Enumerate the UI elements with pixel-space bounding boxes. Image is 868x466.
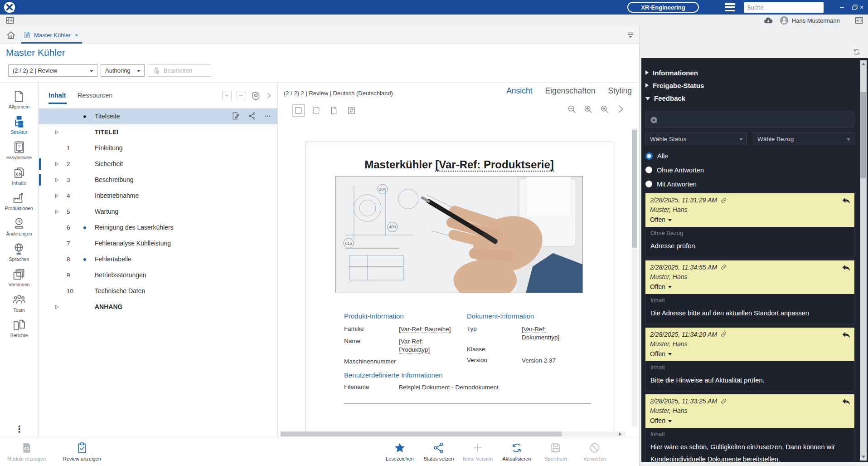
tree-item[interactable]: 3 Beschreibung bbox=[39, 172, 277, 188]
sidebar-item-allgemein[interactable]: Allgemein bbox=[9, 90, 29, 109]
zoom-in-icon[interactable] bbox=[583, 104, 593, 114]
filter-radio[interactable]: Ohne Antworten bbox=[645, 163, 854, 177]
link-icon[interactable] bbox=[720, 331, 727, 338]
filter-radio[interactable]: Mit Antworten bbox=[645, 177, 854, 191]
expand-arrow-icon[interactable] bbox=[55, 209, 59, 214]
zoom-fit-icon[interactable] bbox=[600, 104, 609, 114]
section-freigabestatus[interactable]: Freigabe-Status bbox=[645, 79, 854, 92]
preview-horizontal-scrollbar[interactable] bbox=[281, 432, 626, 437]
section-informationen[interactable]: Informationen bbox=[645, 66, 854, 79]
tab-inhalt[interactable]: Inhalt bbox=[48, 92, 66, 99]
hamburger-menu-icon[interactable] bbox=[725, 3, 735, 11]
tree-item[interactable]: 5 Wartung bbox=[39, 204, 277, 220]
feedback-status-dropdown[interactable]: Offen bbox=[650, 417, 850, 424]
tree-item[interactable]: 8 Fehlertabelle bbox=[39, 251, 277, 267]
panel-refresh-icon[interactable] bbox=[853, 48, 861, 56]
tab-ansicht[interactable]: Ansicht bbox=[506, 86, 532, 96]
link-icon[interactable] bbox=[720, 264, 727, 270]
expand-arrow-icon[interactable] bbox=[55, 193, 59, 198]
expand-arrow-icon[interactable] bbox=[55, 304, 59, 309]
feedback-status-dropdown[interactable]: Offen bbox=[650, 283, 850, 290]
tree-collapse-icon[interactable] bbox=[266, 92, 272, 99]
sidebar-more-icon[interactable]: ••• bbox=[0, 425, 39, 433]
section-feedback[interactable]: Feedback bbox=[645, 92, 854, 104]
tab-overflow-icon[interactable] bbox=[627, 32, 634, 38]
sidebar-item-produktionen[interactable]: Produktionen bbox=[5, 191, 33, 211]
link-icon[interactable] bbox=[720, 398, 727, 405]
open-panel-icon[interactable] bbox=[854, 16, 863, 25]
tab-ressourcen[interactable]: Ressourcen bbox=[78, 92, 112, 99]
preview-collapse-icon[interactable] bbox=[616, 104, 626, 114]
sidebar-item-versionen[interactable]: Versionen bbox=[9, 268, 30, 287]
link-icon[interactable] bbox=[720, 197, 727, 204]
home-tab-icon[interactable] bbox=[5, 30, 16, 41]
feedback-card-header[interactable]: 2/28/2025, 11:31:29 AM Muster, Hans Offe… bbox=[645, 193, 854, 227]
feedback-scrollbar[interactable] bbox=[860, 60, 867, 461]
sidebar-item-inhalte[interactable]: Inhalte bbox=[12, 166, 26, 186]
window-close-button[interactable]: × bbox=[855, 0, 868, 15]
review-anzeigen-button[interactable]: Review anzeigen bbox=[63, 442, 101, 461]
tab-styling[interactable]: Styling bbox=[608, 86, 632, 96]
module-erzeugen-button[interactable]: Module erzeugen bbox=[7, 442, 46, 461]
reply-icon[interactable] bbox=[842, 197, 850, 205]
lesezeichen-button[interactable]: Lesezeichen bbox=[383, 442, 416, 461]
reply-icon[interactable] bbox=[842, 398, 850, 406]
mode-dropdown[interactable]: Authoring bbox=[101, 64, 145, 77]
feedback-status-dropdown[interactable]: Offen bbox=[650, 350, 850, 358]
tab-close-icon[interactable]: × bbox=[74, 32, 79, 39]
xr-engineering-button[interactable]: XR-Engineering bbox=[627, 2, 699, 13]
tree-item[interactable]: 2 Sicherheit bbox=[39, 156, 277, 172]
view-single-page-button[interactable] bbox=[292, 104, 305, 117]
tree-item[interactable]: ANHANG bbox=[39, 299, 277, 315]
sidebar-item-sprachen[interactable]: Sprachen bbox=[9, 242, 29, 262]
remove-node-button[interactable] bbox=[237, 91, 246, 100]
expand-arrow-icon[interactable] bbox=[55, 162, 59, 167]
feedback-card-header[interactable]: 2/28/2025, 11:34:55 AM Muster, Hans Offe… bbox=[645, 260, 854, 294]
feedback-search-input[interactable] bbox=[661, 112, 839, 128]
view-selection-button[interactable] bbox=[310, 104, 322, 117]
status-setzen-button[interactable]: Status setzen bbox=[422, 442, 455, 461]
status-filter-dropdown[interactable]: Wähle Status bbox=[645, 132, 747, 145]
tree-item[interactable]: 4 Inbetriebnahme bbox=[39, 188, 277, 204]
sidebar-item-struktur[interactable]: Struktur bbox=[11, 115, 28, 135]
tree-item[interactable]: 9 Betriebsstörungen bbox=[39, 267, 277, 283]
global-search-input[interactable] bbox=[744, 2, 824, 13]
preview-vertical-scrollbar[interactable] bbox=[632, 128, 637, 427]
share-node-icon[interactable] bbox=[248, 112, 257, 120]
sidebar-item-team[interactable]: Team bbox=[13, 293, 26, 313]
feedback-card-header[interactable]: 2/28/2025, 11:34:20 AM Muster, Hans Offe… bbox=[645, 328, 854, 361]
tree-item[interactable]: TITELEI bbox=[39, 124, 277, 140]
feedback-card-header[interactable]: 2/28/2025, 11:33:25 AM Muster, Hans Offe… bbox=[645, 394, 854, 428]
tree-settings-icon[interactable] bbox=[251, 91, 261, 100]
tree-item[interactable]: 1 Einleitung bbox=[39, 140, 277, 156]
clear-search-icon[interactable] bbox=[650, 116, 658, 124]
speichern-button[interactable]: Speichern bbox=[539, 442, 572, 461]
expand-arrow-icon[interactable] bbox=[55, 177, 59, 182]
tab-master-kuehler[interactable]: Master Kühler × bbox=[24, 26, 79, 44]
verwerfen-button[interactable]: Verwerfen bbox=[578, 442, 611, 461]
feedback-status-dropdown[interactable]: Offen bbox=[650, 216, 850, 223]
bezug-filter-dropdown[interactable]: Wähle Bezug bbox=[753, 132, 854, 145]
neue-version-button[interactable]: Neue Version bbox=[461, 442, 494, 461]
edit-node-icon[interactable] bbox=[232, 112, 240, 120]
tree-item[interactable]: 6 Reinigung des Laserkühlers bbox=[39, 220, 277, 235]
reply-icon[interactable] bbox=[842, 264, 850, 272]
add-node-button[interactable] bbox=[222, 91, 232, 100]
cloud-sync-icon[interactable] bbox=[763, 16, 773, 25]
view-sync-button[interactable] bbox=[345, 104, 358, 117]
version-dropdown[interactable]: (2 / 2) 2 | Review bbox=[8, 64, 97, 77]
edit-button[interactable]: Bearbeiten bbox=[148, 64, 211, 77]
more-options-icon[interactable]: ··· bbox=[264, 112, 271, 120]
tab-eigenschaften[interactable]: Eigenschaften bbox=[545, 86, 596, 96]
collapse-panel-icon[interactable] bbox=[5, 16, 15, 25]
aktualisieren-button[interactable]: Aktualisieren bbox=[500, 442, 533, 461]
user-menu[interactable]: Hans Mustermann bbox=[780, 16, 840, 25]
sidebar-item-nderungen[interactable]: Änderungen bbox=[6, 217, 32, 236]
zoom-out-icon[interactable] bbox=[567, 104, 577, 114]
tree-item[interactable]: Titelseite ··· bbox=[39, 108, 277, 124]
expand-arrow-icon[interactable] bbox=[55, 130, 59, 135]
tree-item[interactable]: 10 Technische Daten bbox=[39, 283, 277, 299]
filter-radio[interactable]: Alle bbox=[645, 149, 854, 163]
window-minimize-button[interactable] bbox=[835, 0, 848, 15]
reply-icon[interactable] bbox=[842, 331, 850, 339]
